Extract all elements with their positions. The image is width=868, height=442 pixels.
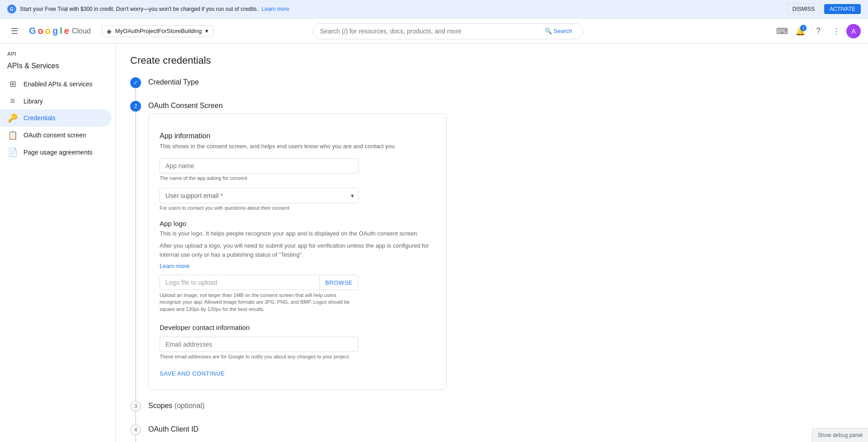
search-icon: 🔍 [545,28,552,34]
gcp-icon: G [7,5,16,14]
banner-actions: DISMISS ACTIVATE [787,4,861,14]
user-support-field: User support email * ▾ For users to cont… [160,188,435,211]
dev-contact-title: Developer contact information [160,324,435,331]
sidebar: API APIs & Services ⊞ Enabled APIs & ser… [0,44,116,442]
step-3: 3 Scopes (optional) [130,401,447,424]
avatar[interactable]: A [846,24,861,38]
page-title: Create credentials [130,55,854,66]
chevron-down-icon: ▾ [205,28,208,34]
user-support-select-wrapper: User support email * ▾ [160,188,359,203]
step-4-title: OAuth Client ID [148,424,447,433]
sidebar-api-label: API [7,51,16,56]
sidebar-nav: ⊞ Enabled APIs & services ≡ Library 🔑 Cr… [0,75,115,161]
step-1-title: Credential Type [148,77,447,86]
step-1-indicator: ✓ [130,77,141,101]
sidebar-item-oauth-consent[interactable]: 📋 OAuth consent screen [0,127,112,144]
step-2-line [135,112,136,401]
app-logo-title: App logo [160,220,435,227]
settings-button[interactable]: ⋮ [828,23,844,39]
sidebar-item-enabled-apis[interactable]: ⊞ Enabled APIs & services [0,75,112,93]
header-actions: ⌨ 🔔 3 ? ⋮ A [774,23,861,39]
logo-letter-e: e [64,26,69,36]
step-1-content: Credential Type [148,77,447,101]
user-support-select[interactable]: User support email * [160,188,359,203]
main-content: Create credentials ✓ Credential Type 2 [116,44,868,442]
step-4: 4 OAuth Client ID [130,424,447,442]
app-logo-desc1: This is your logo. It helps people recog… [160,229,435,238]
step-3-label: Scopes [148,402,172,409]
sidebar-service-title: APIs & Services [0,60,115,75]
step-2-indicator: 2 [130,101,141,401]
notification-badge: 3 [800,25,807,31]
step-3-indicator: 3 [130,401,141,424]
app-name-helper: The name of the app asking for consent [160,175,435,181]
sidebar-item-label: Page usage agreements [24,149,93,156]
sidebar-item-label: Credentials [24,114,56,122]
file-upload: Logo file to upload BROWSE [160,275,359,290]
search-button[interactable]: 🔍 Search [541,26,576,36]
step-3-title: Scopes (optional) [148,401,447,410]
email-input[interactable] [160,337,359,352]
step-4-indicator: 4 [130,424,141,442]
step-2: 2 OAuth Consent Screen App information T… [130,101,447,401]
app-info-section: App information This shows in the consen… [160,132,435,211]
banner-learn-more[interactable]: Learn more [262,6,289,12]
app-info-title: App information [160,132,435,140]
logo[interactable]: Google Cloud [29,26,91,36]
page-usage-icon: 📄 [7,147,18,157]
credentials-icon: 🔑 [7,113,18,123]
app-name-field: The name of the app asking for consent [160,158,435,181]
app-info-desc: This shows in the consent screen, and he… [160,142,435,151]
app-body: API APIs & Services ⊞ Enabled APIs & ser… [0,44,868,442]
step-1-line [135,88,136,101]
sidebar-item-page-usage[interactable]: 📄 Page usage agreements [0,144,112,161]
search-input[interactable] [320,28,541,35]
hamburger-menu[interactable]: ☰ [7,23,22,40]
sidebar-item-label: Library [24,98,43,105]
logo-letter-l: l [60,26,62,36]
sidebar-item-label: OAuth consent screen [24,132,86,139]
step-1: ✓ Credential Type [130,77,447,101]
logo-letter-o2: o [45,26,51,36]
logo-upload-area: Logo file to upload BROWSE Upload an ima… [160,275,435,313]
banner-content: G Start your Free Trial with $300 in cre… [7,5,289,14]
sidebar-item-library[interactable]: ≡ Library [0,93,112,109]
steps-container: ✓ Credential Type 2 OAuth Consent Screen [130,77,447,442]
step-4-circle: 4 [130,424,141,435]
step-2-title: OAuth Consent Screen [148,101,447,110]
logo-cloud-text: Cloud [72,27,91,35]
step-2-section: App information This shows in the consen… [148,113,447,390]
step-3-content: Scopes (optional) [148,401,447,424]
step-3-optional: (optional) [175,402,205,409]
project-name: MyOAuthProjectForStoreBuilding [115,28,202,34]
email-field: These email addresses are for Google to … [160,337,435,359]
sidebar-header: API [0,44,115,60]
debug-panel[interactable]: Show debug panel [812,428,868,442]
top-banner: G Start your Free Trial with $300 in cre… [0,0,868,19]
notifications-button[interactable]: 🔔 3 [792,23,808,39]
step-3-circle: 3 [130,401,141,412]
console-icon-button[interactable]: ⌨ [774,23,790,39]
app-name-input[interactable] [160,158,359,174]
grid-icon: ⊞ [7,79,18,89]
dev-contact-section: Developer contact information These emai… [160,324,435,359]
save-and-continue-button[interactable]: SAVE AND CONTINUE [160,367,225,381]
step-1-circle: ✓ [130,77,141,88]
logo-letter-g2: g [52,26,58,36]
header: ☰ Google Cloud ◆ MyOAuthProjectForStoreB… [0,19,868,44]
browse-button[interactable]: BROWSE [319,276,358,290]
activate-button[interactable]: ACTIVATE [824,4,861,14]
project-selector[interactable]: ◆ MyOAuthProjectForStoreBuilding ▾ [102,25,213,37]
app-logo-learn-more[interactable]: Learn more [160,263,189,269]
oauth-icon: 📋 [7,130,18,140]
project-icon: ◆ [107,28,112,35]
step-2-circle: 2 [130,101,141,112]
step-2-content: OAuth Consent Screen App information Thi… [148,101,447,401]
banner-text: Start your Free Trial with $300 in credi… [20,6,258,12]
dismiss-button[interactable]: DISMISS [787,4,821,14]
help-button[interactable]: ? [810,23,826,39]
sidebar-item-credentials[interactable]: 🔑 Credentials [0,109,112,127]
file-note: Upload an image, not larger than 1MB on … [160,292,359,313]
logo-letter-o1: o [38,26,43,36]
step-4-line [135,435,136,442]
